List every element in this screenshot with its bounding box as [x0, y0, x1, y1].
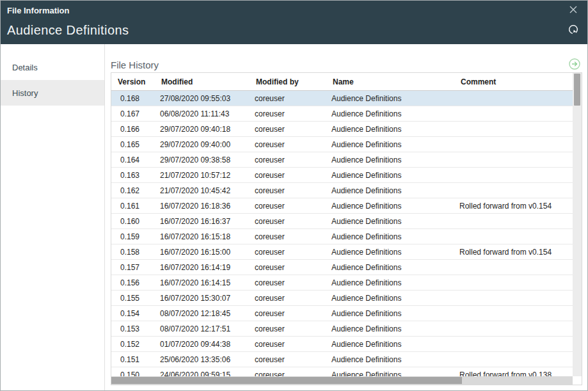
- cell-modified: 16/07/2020 16:18:36: [155, 198, 250, 214]
- scrollbar-corner: [573, 376, 582, 385]
- table-row[interactable]: 0.164 29/07/2020 09:38:58 coreuser Audie…: [111, 152, 574, 168]
- cell-name: Audience Definitions: [326, 337, 454, 352]
- cell-version: 0.157: [111, 260, 155, 275]
- cell-name: Audience Definitions: [326, 244, 454, 260]
- cell-comment: [454, 137, 574, 152]
- table-row[interactable]: 0.157 16/07/2020 16:14:19 coreuser Audie…: [111, 260, 574, 275]
- cell-version: 0.165: [111, 137, 155, 152]
- table-body: 0.168 27/08/2020 09:55:03 coreuser Audie…: [111, 91, 574, 383]
- column-header-modified-by[interactable]: Modified by: [250, 73, 326, 91]
- table-row[interactable]: 0.155 16/07/2020 15:30:07 coreuser Audie…: [111, 291, 574, 306]
- cell-modified: 29/07/2020 09:38:58: [155, 152, 250, 168]
- table-row[interactable]: 0.151 25/06/2020 13:35:06 coreuser Audie…: [111, 352, 574, 367]
- cell-comment: [454, 337, 574, 352]
- cell-modified: 29/07/2020 09:40:18: [155, 122, 250, 137]
- cell-modified: 06/08/2020 11:11:43: [155, 106, 250, 122]
- cell-name: Audience Definitions: [326, 321, 454, 337]
- table-row[interactable]: 0.156 16/07/2020 16:14:15 coreuser Audie…: [111, 275, 574, 291]
- table-row[interactable]: 0.153 08/07/2020 12:17:51 coreuser Audie…: [111, 321, 574, 337]
- cell-name: Audience Definitions: [326, 91, 454, 106]
- close-button[interactable]: [566, 3, 581, 18]
- sidebar-item-details[interactable]: Details: [1, 54, 104, 80]
- titlebar: File Information Audience Definitions: [1, 1, 587, 44]
- cell-modified-by: coreuser: [250, 337, 326, 352]
- cell-name: Audience Definitions: [326, 260, 454, 275]
- cell-name: Audience Definitions: [326, 122, 454, 137]
- cell-modified: 16/07/2020 16:15:00: [155, 244, 250, 260]
- cell-comment: [454, 168, 574, 183]
- cell-modified-by: coreuser: [250, 91, 326, 106]
- table-row[interactable]: 0.163 21/07/2020 10:57:12 coreuser Audie…: [111, 168, 574, 183]
- table-row[interactable]: 0.154 08/07/2020 12:18:45 coreuser Audie…: [111, 306, 574, 321]
- cell-name: Audience Definitions: [326, 183, 454, 198]
- table-row[interactable]: 0.161 16/07/2020 16:18:36 coreuser Audie…: [111, 198, 574, 214]
- sidebar-item-history[interactable]: History: [1, 80, 104, 106]
- window-title: File Information: [7, 6, 70, 15]
- table-row[interactable]: 0.160 16/07/2020 16:16:37 coreuser Audie…: [111, 214, 574, 229]
- cell-modified-by: coreuser: [250, 352, 326, 367]
- cell-modified-by: coreuser: [250, 291, 326, 306]
- open-version-button[interactable]: [568, 58, 581, 71]
- cell-modified: 16/07/2020 16:14:19: [155, 260, 250, 275]
- column-header-version[interactable]: Version: [111, 73, 155, 91]
- cell-version: 0.161: [111, 198, 155, 214]
- cell-modified: 08/07/2020 12:17:51: [155, 321, 250, 337]
- file-history-table-container: Version Modified Modified by Name Commen…: [111, 72, 582, 385]
- cell-name: Audience Definitions: [326, 106, 454, 122]
- table-row[interactable]: 0.167 06/08/2020 11:11:43 coreuser Audie…: [111, 106, 574, 122]
- cell-version: 0.156: [111, 275, 155, 291]
- column-header-modified[interactable]: Modified: [155, 73, 250, 91]
- cell-comment: [454, 275, 574, 291]
- cell-name: Audience Definitions: [326, 198, 454, 214]
- cell-name: Audience Definitions: [326, 291, 454, 306]
- horizontal-scrollbar-thumb[interactable]: [111, 377, 462, 384]
- table-header-row: Version Modified Modified by Name Commen…: [111, 73, 574, 91]
- file-history-table: Version Modified Modified by Name Commen…: [111, 73, 574, 383]
- cell-modified-by: coreuser: [250, 306, 326, 321]
- cell-modified-by: coreuser: [250, 321, 326, 337]
- cell-modified: 25/06/2020 13:35:06: [155, 352, 250, 367]
- cell-version: 0.155: [111, 291, 155, 306]
- cell-name: Audience Definitions: [326, 275, 454, 291]
- cell-comment: Rolled forward from v0.154: [454, 244, 574, 260]
- cell-modified: 16/07/2020 16:14:15: [155, 275, 250, 291]
- cell-version: 0.166: [111, 122, 155, 137]
- cell-version: 0.168: [111, 91, 155, 106]
- vertical-scrollbar[interactable]: [573, 73, 582, 376]
- horizontal-scrollbar[interactable]: [111, 376, 573, 385]
- table-row[interactable]: 0.165 29/07/2020 09:40:00 coreuser Audie…: [111, 137, 574, 152]
- cell-modified-by: coreuser: [250, 168, 326, 183]
- cell-modified-by: coreuser: [250, 244, 326, 260]
- page-title: File History: [111, 60, 159, 70]
- cell-modified-by: coreuser: [250, 183, 326, 198]
- cell-comment: [454, 214, 574, 229]
- cell-modified: 16/07/2020 16:15:18: [155, 229, 250, 244]
- cell-modified: 01/07/2020 09:44:38: [155, 337, 250, 352]
- cell-version: 0.159: [111, 229, 155, 244]
- cell-comment: [454, 106, 574, 122]
- cell-name: Audience Definitions: [326, 306, 454, 321]
- table-row[interactable]: 0.159 16/07/2020 16:15:18 coreuser Audie…: [111, 229, 574, 244]
- column-header-name[interactable]: Name: [326, 73, 454, 91]
- cell-modified-by: coreuser: [250, 275, 326, 291]
- column-header-comment[interactable]: Comment: [454, 73, 574, 91]
- table-row[interactable]: 0.166 29/07/2020 09:40:18 coreuser Audie…: [111, 122, 574, 137]
- cell-modified: 21/07/2020 10:45:42: [155, 183, 250, 198]
- table-row[interactable]: 0.152 01/07/2020 09:44:38 coreuser Audie…: [111, 337, 574, 352]
- cell-version: 0.162: [111, 183, 155, 198]
- cell-comment: [454, 152, 574, 168]
- document-title: Audience Definitions: [7, 23, 129, 38]
- refresh-button[interactable]: [566, 22, 581, 38]
- vertical-scrollbar-thumb[interactable]: [574, 74, 580, 106]
- cell-modified: 16/07/2020 15:30:07: [155, 291, 250, 306]
- cell-comment: [454, 183, 574, 198]
- cell-modified: 08/07/2020 12:18:45: [155, 306, 250, 321]
- cell-version: 0.153: [111, 321, 155, 337]
- sidebar-item-label: Details: [12, 63, 38, 72]
- cell-name: Audience Definitions: [326, 152, 454, 168]
- table-row[interactable]: 0.168 27/08/2020 09:55:03 coreuser Audie…: [111, 91, 574, 106]
- cell-name: Audience Definitions: [326, 352, 454, 367]
- table-row[interactable]: 0.162 21/07/2020 10:45:42 coreuser Audie…: [111, 183, 574, 198]
- table-row[interactable]: 0.158 16/07/2020 16:15:00 coreuser Audie…: [111, 244, 574, 260]
- cell-comment: [454, 122, 574, 137]
